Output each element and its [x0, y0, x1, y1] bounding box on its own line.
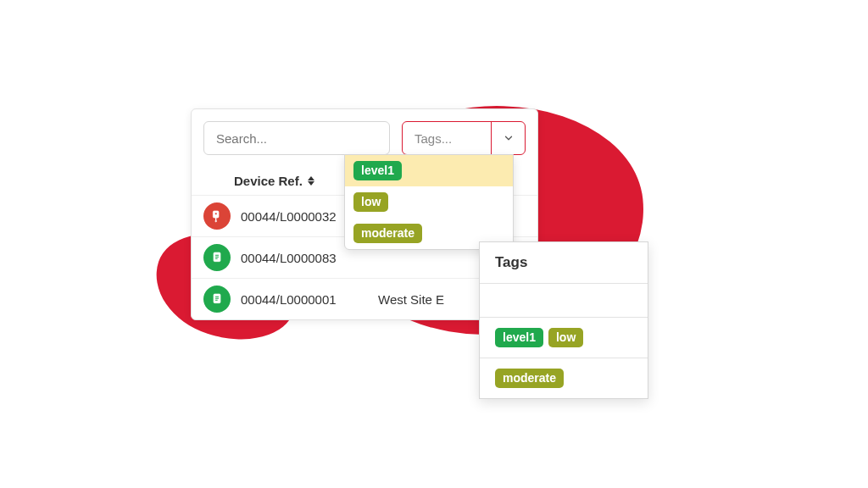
tag-option[interactable]: low: [345, 186, 513, 218]
tags-cell: level1 low: [480, 318, 648, 358]
device-status-icon: [203, 202, 231, 230]
tag-pill: low: [353, 192, 388, 212]
column-header-label: Device Ref.: [234, 174, 303, 188]
tags-select-placeholder: Tags...: [415, 131, 452, 146]
tags-column-panel: Tags level1 low moderate: [479, 241, 648, 399]
tags-select-toggle[interactable]: [491, 122, 525, 154]
chevron-down-icon: [503, 132, 515, 144]
device-icon: [210, 209, 224, 223]
tags-cell: [480, 284, 648, 318]
sort-icon: [308, 176, 314, 186]
device-status-icon: [203, 286, 231, 313]
tag-pill: level1: [495, 328, 543, 347]
tags-cell: moderate: [480, 358, 648, 398]
tags-dropdown: level1 low moderate: [344, 154, 514, 250]
tags-panel-header: Tags: [480, 242, 648, 284]
tag-pill: level1: [353, 161, 402, 180]
stage: Tags... Device Ref.: [0, 0, 868, 488]
document-icon: [210, 251, 224, 264]
device-status-icon: [203, 244, 231, 271]
search-input[interactable]: [203, 121, 390, 155]
svg-rect-1: [214, 213, 217, 215]
document-icon: [210, 292, 224, 306]
device-ref-text: 00044/L0000083: [241, 251, 368, 265]
tag-pill: low: [548, 328, 583, 347]
tag-pill: moderate: [495, 369, 564, 388]
svg-point-2: [215, 220, 217, 222]
device-ref-text: 00044/L0000001: [241, 292, 368, 307]
tag-pill: moderate: [353, 224, 422, 243]
tag-option[interactable]: level1: [345, 155, 513, 186]
tags-select[interactable]: Tags...: [402, 121, 526, 155]
